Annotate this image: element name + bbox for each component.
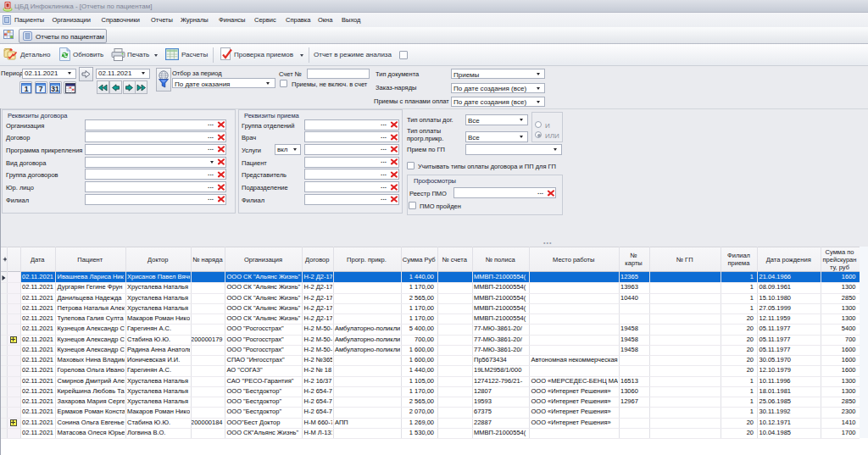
svg-text:7: 7	[39, 85, 43, 93]
svg-text:1: 1	[24, 85, 28, 93]
svg-text:31: 31	[51, 85, 59, 93]
